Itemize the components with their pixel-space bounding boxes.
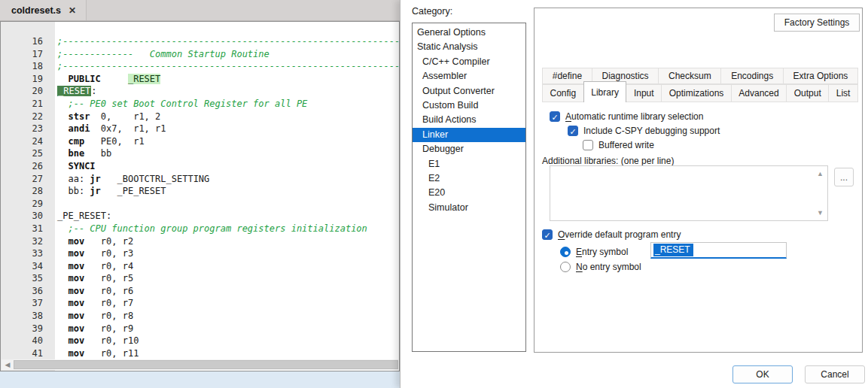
category-list[interactable]: General OptionsStatic AnalysisC/C++ Comp… bbox=[412, 23, 526, 352]
code-line: 32 mov r0, r2 bbox=[1, 235, 399, 248]
code-line: 19 PUBLIC _RESET bbox=[1, 73, 399, 86]
code-text: mov r0, r10 bbox=[55, 335, 139, 347]
code-editor[interactable]: 16;-------------------------------------… bbox=[0, 21, 400, 371]
code-text bbox=[55, 198, 57, 211]
tab-config[interactable]: Config bbox=[542, 84, 584, 102]
scroll-left-arrow-icon[interactable]: ◀ bbox=[3, 360, 12, 369]
line-number: 38 bbox=[1, 310, 55, 323]
category-item-simulator[interactable]: Simulator bbox=[413, 201, 525, 215]
checkbox-buffered-write[interactable]: Buffered write bbox=[583, 140, 654, 150]
category-item-general-options[interactable]: General Options bbox=[413, 26, 525, 40]
code-line: 33 mov r0, r3 bbox=[1, 247, 399, 260]
category-label: Category: bbox=[412, 6, 452, 17]
checkbox-automatic-runtime-library[interactable]: ✓ Automatic runtime library selection bbox=[550, 111, 703, 122]
radio-no-entry-symbol[interactable]: No entry symbol bbox=[560, 262, 641, 272]
code-text: ;-- PE0 set Boot Control Register for al… bbox=[55, 98, 307, 111]
tab-advanced[interactable]: Advanced bbox=[731, 84, 787, 102]
factory-settings-button[interactable]: Factory Settings bbox=[774, 14, 860, 32]
ok-button[interactable]: OK bbox=[732, 365, 793, 383]
code-text: bb: jr _PE_RESET bbox=[55, 185, 166, 198]
radio-unselected-icon[interactable] bbox=[560, 262, 571, 272]
checkbox-checked-icon[interactable]: ✓ bbox=[568, 126, 578, 136]
code-line: 22 stsr 0, r1, 2 bbox=[1, 111, 399, 123]
radio-entry-symbol[interactable]: Entry symbol bbox=[560, 247, 628, 257]
document-tab[interactable]: coldreset.s ✕ bbox=[0, 0, 87, 20]
radio-label: No entry symbol bbox=[576, 262, 641, 272]
tab-encodings[interactable]: Encodings bbox=[720, 68, 783, 84]
browse-button[interactable]: ... bbox=[834, 168, 854, 186]
category-item-build-actions[interactable]: Build Actions bbox=[413, 113, 525, 127]
category-item-static-analysis[interactable]: Static Analysis bbox=[413, 40, 525, 54]
checkbox-label: Automatic runtime library selection bbox=[565, 111, 703, 122]
code-line: 40 mov r0, r10 bbox=[1, 335, 399, 347]
category-item-output-converter[interactable]: Output Converter bbox=[413, 84, 525, 99]
line-number: 37 bbox=[1, 297, 55, 310]
scroll-up-icon[interactable]: ▲ bbox=[817, 170, 824, 177]
options-dialog: Category: General OptionsStatic Analysis… bbox=[400, 0, 868, 388]
radio-selected-icon[interactable] bbox=[560, 247, 571, 257]
category-item-debugger[interactable]: Debugger bbox=[413, 142, 525, 156]
code-area: 16;-------------------------------------… bbox=[1, 35, 399, 359]
category-item-e1[interactable]: E1 bbox=[413, 157, 525, 171]
line-number: 26 bbox=[1, 160, 55, 173]
code-text: mov r0, r9 bbox=[55, 323, 133, 335]
line-number: 35 bbox=[1, 272, 55, 285]
category-item-assembler[interactable]: Assembler bbox=[413, 69, 525, 83]
code-line: 18;-------------------------------------… bbox=[1, 60, 399, 73]
close-icon[interactable]: ✕ bbox=[69, 5, 76, 16]
code-text: SYNCI bbox=[55, 160, 96, 173]
line-number: 32 bbox=[1, 235, 55, 248]
code-text: cmp PE0, r1 bbox=[55, 135, 145, 148]
line-number: 33 bbox=[1, 247, 55, 260]
line-number: 31 bbox=[1, 223, 55, 235]
code-text: ;-- CPU function group program registers… bbox=[55, 223, 367, 235]
scrollbar-thumb[interactable] bbox=[14, 360, 398, 369]
editor-tab-bar: coldreset.s ✕ bbox=[0, 0, 400, 21]
checkbox-checked-icon[interactable]: ✓ bbox=[542, 229, 553, 240]
line-number: 30 bbox=[1, 210, 55, 223]
tab-output[interactable]: Output bbox=[786, 84, 829, 102]
cancel-button[interactable]: Cancel bbox=[805, 365, 865, 383]
line-number: 41 bbox=[1, 347, 55, 360]
category-item-e20[interactable]: E20 bbox=[413, 186, 525, 200]
category-item-custom-build[interactable]: Custom Build bbox=[413, 99, 525, 113]
category-item-linker[interactable]: Linker bbox=[413, 128, 525, 142]
scroll-down-icon[interactable]: ▼ bbox=[817, 209, 824, 217]
code-line: 35 mov r0, r5 bbox=[1, 272, 399, 285]
selected-text: _RESET bbox=[653, 244, 693, 256]
code-text: mov r0, r2 bbox=[55, 235, 133, 248]
code-line: 21 ;-- PE0 set Boot Control Register for… bbox=[1, 98, 399, 111]
tab-list[interactable]: List bbox=[828, 84, 858, 102]
checkbox-label: Include C-SPY debugging support bbox=[583, 126, 720, 136]
line-number: 20 bbox=[1, 85, 55, 98]
tab-input[interactable]: Input bbox=[626, 84, 662, 102]
additional-libraries-textarea[interactable]: ▲ ▼ bbox=[550, 165, 828, 221]
checkbox-unchecked-icon[interactable] bbox=[583, 140, 593, 150]
code-text: mov r0, r8 bbox=[55, 310, 133, 323]
horizontal-scrollbar[interactable]: ◀ bbox=[2, 359, 398, 370]
code-line: 23 andi 0x7, r1, r1 bbox=[1, 123, 399, 135]
code-line: 39 mov r0, r9 bbox=[1, 323, 399, 335]
tab-extra-options[interactable]: Extra Options bbox=[783, 68, 858, 84]
ide-window: coldreset.s ✕ 16;-----------------------… bbox=[0, 0, 868, 388]
code-line: 26 SYNCI bbox=[1, 160, 399, 173]
entry-symbol-input[interactable]: _RESET bbox=[650, 242, 787, 259]
tab-checksum[interactable]: Checksum bbox=[658, 68, 721, 84]
checkbox-checked-icon[interactable]: ✓ bbox=[550, 111, 560, 122]
category-item-e2[interactable]: E2 bbox=[413, 171, 525, 186]
tab-optimizations[interactable]: Optimizations bbox=[661, 84, 732, 102]
code-text: mov r0, r6 bbox=[55, 285, 133, 298]
code-text: ;---------------------------------------… bbox=[55, 60, 400, 73]
checkbox-override-default-entry[interactable]: ✓ Override default program entry bbox=[542, 229, 681, 240]
line-number: 27 bbox=[1, 173, 55, 186]
code-text: andi 0x7, r1, r1 bbox=[55, 123, 166, 135]
code-text: ;---------------------------------------… bbox=[55, 35, 400, 48]
tab-row-2: ConfigLibraryInputOptimizationsAdvancedO… bbox=[542, 84, 857, 102]
category-item-c-c-compiler[interactable]: C/C++ Compiler bbox=[413, 55, 525, 69]
code-line: 16;-------------------------------------… bbox=[1, 35, 399, 48]
tab-library[interactable]: Library bbox=[583, 81, 627, 102]
checkbox-include-cspy[interactable]: ✓ Include C-SPY debugging support bbox=[568, 126, 720, 136]
code-line: 29 bbox=[1, 198, 399, 211]
code-line: 20_RESET: bbox=[1, 85, 399, 98]
document-tab-title: coldreset.s bbox=[11, 5, 61, 16]
